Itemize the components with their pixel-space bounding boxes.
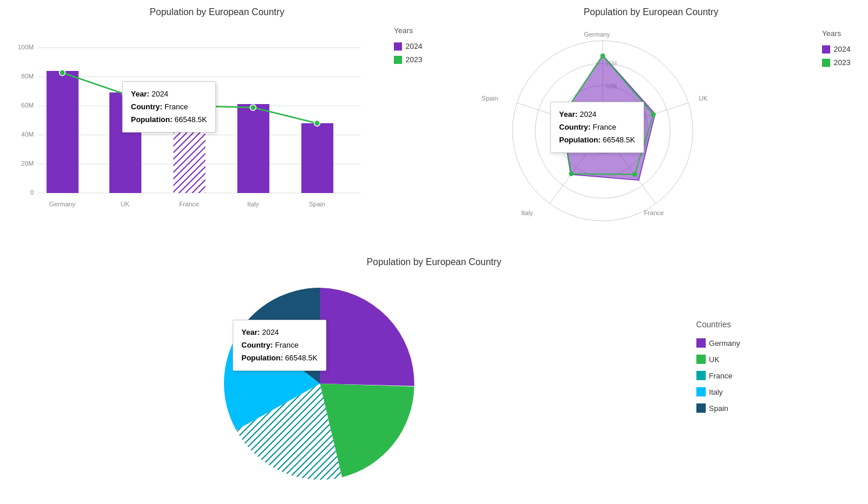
bar-legend-2024: 2024	[394, 42, 422, 51]
y-label-80m: 80M	[22, 73, 34, 80]
bar-italy-2024	[237, 104, 269, 193]
radar-polygon-2024	[561, 55, 655, 180]
bar-legend-title: Years	[394, 26, 422, 35]
pie-legend-italy-swatch	[696, 387, 706, 396]
bar-chart-svg: 100M 80M 60M 40M 20M 0	[12, 17, 384, 244]
dot-france-2023	[186, 103, 192, 109]
radar-chart-container: Population by European Country Years 202…	[434, 0, 868, 250]
pie-legend-uk: UK	[696, 355, 740, 364]
y-label-0: 0	[30, 189, 34, 196]
pie-legend-uk-label: UK	[709, 355, 720, 364]
radar-chart-legend: Years 2024 2023	[822, 29, 851, 67]
radar-legend-2024: 2024	[822, 45, 851, 53]
dot-uk-2023	[122, 91, 128, 97]
bar-uk-2024	[109, 92, 141, 193]
pie-legend-france-swatch	[696, 371, 706, 380]
radar-label-france: France	[644, 209, 664, 216]
radar-label-germany: Germany	[584, 31, 610, 38]
pie-chart-svg	[209, 267, 431, 494]
radar-dot-spain	[559, 115, 564, 120]
bar-spain-2024	[301, 123, 333, 193]
dot-italy-2023	[250, 105, 256, 110]
radar-dot-italy	[569, 171, 574, 176]
pie-chart-title: Population by European Country	[367, 257, 501, 267]
pie-legend-france-label: France	[709, 371, 732, 380]
pie-legend-france: France	[696, 371, 740, 380]
bar-chart-legend: Years 2024 2023	[394, 26, 422, 64]
x-label-italy: Italy	[247, 201, 259, 208]
radar-label-spain: Spain	[482, 95, 498, 102]
pie-legend-title: Countries	[696, 320, 740, 329]
x-label-france: France	[179, 201, 199, 208]
bar-legend-2024-label: 2024	[405, 42, 422, 51]
y-label-100m: 100M	[17, 44, 34, 51]
y-label-20m: 20M	[22, 160, 34, 167]
dot-spain-2023	[314, 120, 320, 126]
radar-label-uk: UK	[699, 95, 708, 102]
radar-legend-title: Years	[822, 29, 851, 38]
bar-germany-2024	[47, 71, 79, 193]
bar-chart-container: Population by European Country Years 202…	[0, 0, 434, 250]
pie-chart-legend: Countries Germany UK France Italy Spain	[696, 320, 740, 413]
radar-legend-2024-label: 2024	[834, 45, 851, 53]
pie-legend-spain-label: Spain	[709, 404, 728, 413]
radar-dot-germany	[600, 53, 605, 58]
pie-legend-uk-swatch	[696, 355, 706, 364]
bar-legend-2023-label: 2023	[405, 55, 422, 64]
pie-chart-container: Population by European Country Countries…	[0, 250, 868, 504]
y-label-40m: 40M	[22, 131, 34, 138]
bar-legend-2023-swatch	[394, 56, 402, 64]
radar-chart-svg: 75M 50M Germany UK France Italy Spain	[469, 15, 771, 241]
bar-legend-2023: 2023	[394, 55, 422, 64]
bar-legend-2024-swatch	[394, 42, 402, 51]
pie-legend-italy-label: Italy	[709, 388, 723, 396]
pie-legend-germany-label: Germany	[709, 339, 740, 348]
pie-legend-spain: Spain	[696, 403, 740, 413]
pie-slice-germany	[320, 288, 414, 386]
pie-legend-germany-swatch	[696, 338, 706, 348]
pie-legend-italy: Italy	[696, 387, 740, 396]
radar-legend-2023-swatch	[822, 59, 830, 67]
radar-legend-2023: 2023	[822, 58, 851, 67]
radar-label-italy: Italy	[521, 209, 533, 216]
x-label-uk: UK	[120, 201, 130, 208]
pie-legend-germany: Germany	[696, 338, 740, 348]
radar-dot-uk	[651, 112, 656, 117]
radar-legend-2023-label: 2023	[834, 58, 851, 67]
radar-dot-france	[632, 172, 637, 177]
radar-legend-2024-swatch	[822, 45, 830, 53]
x-label-germany: Germany	[49, 201, 76, 208]
x-label-spain: Spain	[309, 201, 325, 208]
dot-germany-2023	[59, 70, 65, 76]
bar-chart-title: Population by European Country	[150, 7, 284, 17]
pie-legend-spain-swatch	[696, 403, 706, 413]
y-label-60m: 60M	[22, 102, 34, 109]
